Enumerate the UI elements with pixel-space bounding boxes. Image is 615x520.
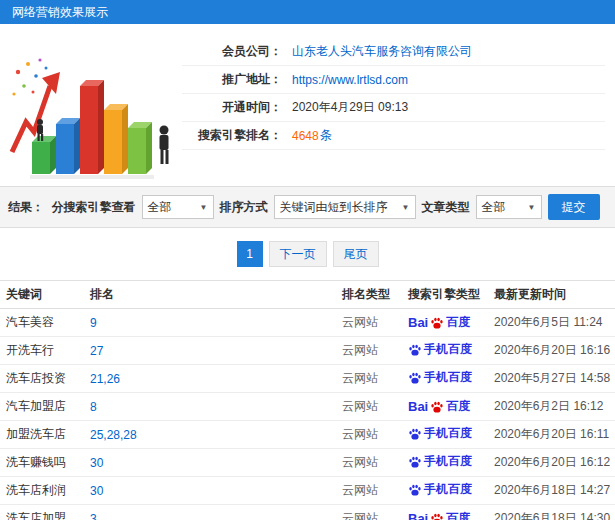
pagination-current[interactable]: 1: [237, 241, 263, 267]
open-time-value: 2020年4月29日 09:13: [292, 99, 408, 116]
rank-type-cell: 云网站: [336, 421, 402, 449]
rank-cell[interactable]: 25,28,28: [84, 421, 336, 449]
table-row: 洗车店利润30云网站手机百度2020年6月18日 14:27: [0, 477, 615, 505]
rank-type-cell: 云网站: [336, 309, 402, 337]
rank-type-cell: 云网站: [336, 449, 402, 477]
keyword-cell: 洗车店投资: [0, 365, 84, 393]
engine-filter-label: 分搜索引擎查看: [52, 199, 136, 216]
baidu-paw-icon: [408, 427, 422, 441]
engine-rank-count: 4648: [292, 129, 319, 143]
baidu-paw-icon: [408, 343, 422, 357]
engine-cell: Bai百度: [402, 393, 488, 421]
time-cell: 2020年5月27日 14:58: [488, 365, 615, 393]
keyword-cell: 洗车赚钱吗: [0, 449, 84, 477]
time-cell: 2020年6月18日 14:30: [488, 505, 615, 520]
engine-rank-unit: 条: [320, 127, 332, 144]
engine-cell: Bai百度: [402, 505, 488, 520]
submit-button[interactable]: 提交: [548, 194, 600, 220]
keyword-cell: 洗车店利润: [0, 477, 84, 505]
company-label: 会员公司：: [182, 43, 282, 60]
table-row: 汽车美容9云网站Bai百度2020年6月5日 11:24: [0, 309, 615, 337]
engine-cell: 手机百度: [402, 337, 488, 365]
engine-cell: Bai百度: [402, 309, 488, 337]
baidu-logo: Bai百度: [408, 510, 470, 520]
promo-url-row: 推广地址： https://www.lrtlsd.com: [182, 66, 605, 94]
table-header: 关键词 排名 排名类型 搜索引擎类型 最新更新时间: [0, 281, 615, 309]
keyword-cell: 开洗车行: [0, 337, 84, 365]
time-cell: 2020年6月5日 11:24: [488, 309, 615, 337]
keyword-cell: 汽车美容: [0, 309, 84, 337]
results-table: 关键词 排名 排名类型 搜索引擎类型 最新更新时间 汽车美容9云网站Bai百度2…: [0, 280, 615, 520]
person-icon: [160, 126, 169, 165]
col-update-time: 最新更新时间: [488, 281, 615, 309]
engine-cell: 手机百度: [402, 477, 488, 505]
mobile-baidu-logo: 手机百度: [408, 481, 472, 498]
pagination-next[interactable]: 下一页: [269, 241, 327, 267]
rank-type-cell: 云网站: [336, 477, 402, 505]
mobile-baidu-logo: 手机百度: [408, 369, 472, 386]
rank-type-cell: 云网站: [336, 337, 402, 365]
baidu-logo: Bai百度: [408, 398, 470, 415]
table-row: 洗车赚钱吗30云网站手机百度2020年6月20日 16:12: [0, 449, 615, 477]
baidu-paw-icon: [430, 400, 444, 414]
filter-bar: 结果： 分搜索引擎查看 全部 ▼ 排序方式 关键词由短到长排序 ▼ 文章类型 全…: [0, 186, 615, 228]
company-link[interactable]: 山东老人头汽车服务咨询有限公司: [292, 43, 472, 60]
promo-url-label: 推广地址：: [182, 71, 282, 88]
time-cell: 2020年6月2日 16:12: [488, 393, 615, 421]
article-type-label: 文章类型: [422, 199, 470, 216]
open-time-label: 开通时间：: [182, 99, 282, 116]
engine-rank-row: 搜索引擎排名： 4648 条: [182, 122, 605, 150]
baidu-paw-icon: [408, 371, 422, 385]
rank-cell[interactable]: 8: [84, 393, 336, 421]
open-time-row: 开通时间： 2020年4月29日 09:13: [182, 94, 605, 122]
baidu-paw-icon: [430, 512, 444, 520]
rank-cell[interactable]: 30: [84, 477, 336, 505]
baidu-paw-icon: [408, 483, 422, 497]
table-row: 洗车店加盟3云网站Bai百度2020年6月18日 14:30: [0, 505, 615, 520]
company-row: 会员公司： 山东老人头汽车服务咨询有限公司: [182, 38, 605, 66]
page-title: 网络营销效果展示: [12, 5, 108, 19]
engine-select-value: 全部: [148, 199, 172, 216]
mobile-baidu-logo: 手机百度: [408, 425, 472, 442]
filter-controls: 分搜索引擎查看 全部 ▼ 排序方式 关键词由短到长排序 ▼ 文章类型 全部 ▼ …: [44, 194, 607, 220]
mobile-baidu-logo: 手机百度: [408, 453, 472, 470]
baidu-paw-icon: [408, 455, 422, 469]
chevron-down-icon: ▼: [402, 203, 410, 212]
time-cell: 2020年6月20日 16:12: [488, 449, 615, 477]
col-rank: 排名: [84, 281, 336, 309]
col-keyword: 关键词: [0, 281, 84, 309]
result-label: 结果：: [8, 199, 44, 216]
col-engine-type: 搜索引擎类型: [402, 281, 488, 309]
sort-select[interactable]: 关键词由短到长排序 ▼: [274, 195, 416, 219]
keyword-cell: 加盟洗车店: [0, 421, 84, 449]
rank-cell[interactable]: 3: [84, 505, 336, 520]
info-rows: 会员公司： 山东老人头汽车服务咨询有限公司 推广地址： https://www.…: [182, 34, 605, 182]
rank-cell[interactable]: 30: [84, 449, 336, 477]
time-cell: 2020年6月20日 16:11: [488, 421, 615, 449]
article-type-select-value: 全部: [482, 199, 506, 216]
sort-select-value: 关键词由短到长排序: [280, 199, 388, 216]
baidu-logo: Bai百度: [408, 314, 470, 331]
engine-rank-label: 搜索引擎排名：: [182, 127, 282, 144]
table-row: 洗车店投资21,26云网站手机百度2020年5月27日 14:58: [0, 365, 615, 393]
keyword-cell: 洗车店加盟: [0, 505, 84, 520]
engine-select[interactable]: 全部 ▼: [142, 195, 214, 219]
table-row: 加盟洗车店25,28,28云网站手机百度2020年6月20日 16:11: [0, 421, 615, 449]
rank-type-cell: 云网站: [336, 393, 402, 421]
page: 网络营销效果展示: [0, 0, 615, 520]
chevron-down-icon: ▼: [528, 203, 536, 212]
pagination: 1 下一页 尾页: [0, 228, 615, 280]
rank-cell[interactable]: 27: [84, 337, 336, 365]
baidu-paw-icon: [430, 316, 444, 330]
time-cell: 2020年6月18日 14:27: [488, 477, 615, 505]
pagination-last[interactable]: 尾页: [333, 241, 379, 267]
engine-cell: 手机百度: [402, 449, 488, 477]
article-type-select[interactable]: 全部 ▼: [476, 195, 542, 219]
rank-cell[interactable]: 9: [84, 309, 336, 337]
info-section: 会员公司： 山东老人头汽车服务咨询有限公司 推广地址： https://www.…: [0, 24, 615, 186]
rank-cell[interactable]: 21,26: [84, 365, 336, 393]
col-rank-type: 排名类型: [336, 281, 402, 309]
rank-type-cell: 云网站: [336, 365, 402, 393]
chevron-down-icon: ▼: [200, 203, 208, 212]
promo-url-link[interactable]: https://www.lrtlsd.com: [292, 73, 408, 87]
